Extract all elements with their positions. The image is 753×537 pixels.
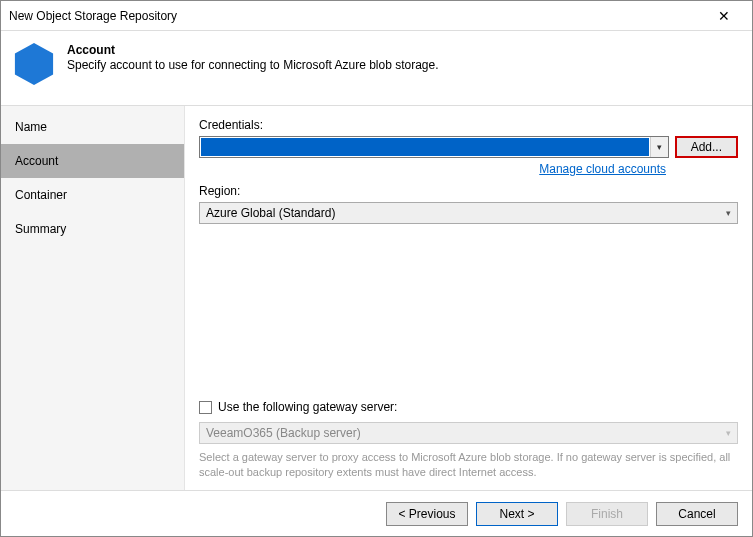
next-button[interactable]: Next > <box>476 502 558 526</box>
wizard-steps-sidebar: Name Account Container Summary <box>1 106 185 490</box>
credentials-dropdown[interactable]: ▾ <box>199 136 669 158</box>
wizard-body: Name Account Container Summary Credentia… <box>1 105 752 490</box>
sidebar-item-name[interactable]: Name <box>1 110 184 144</box>
page-title: Account <box>67 43 439 57</box>
gateway-server-value: VeeamO365 (Backup server) <box>206 426 361 440</box>
gateway-server-dropdown: VeeamO365 (Backup server) ▾ <box>199 422 738 444</box>
titlebar: New Object Storage Repository ✕ <box>1 1 752 31</box>
previous-button[interactable]: < Previous <box>386 502 468 526</box>
gateway-checkbox[interactable] <box>199 401 212 414</box>
svg-marker-0 <box>15 43 53 85</box>
close-icon[interactable]: ✕ <box>704 2 744 30</box>
manage-cloud-accounts-link[interactable]: Manage cloud accounts <box>199 162 666 176</box>
wizard-header: Account Specify account to use for conne… <box>1 31 752 105</box>
main-panel: Credentials: ▾ Add... Manage cloud accou… <box>185 106 752 490</box>
sidebar-item-container[interactable]: Container <box>1 178 184 212</box>
add-button[interactable]: Add... <box>675 136 738 158</box>
wizard-footer: < Previous Next > Finish Cancel <box>1 490 752 536</box>
sidebar-item-account[interactable]: Account <box>1 144 184 178</box>
credentials-label: Credentials: <box>199 118 738 132</box>
gateway-hint: Select a gateway server to proxy access … <box>199 450 738 480</box>
region-dropdown[interactable]: Azure Global (Standard) ▾ <box>199 202 738 224</box>
credentials-row: ▾ Add... <box>199 136 738 158</box>
gateway-checkbox-row: Use the following gateway server: <box>199 400 738 414</box>
wizard-window: New Object Storage Repository ✕ Account … <box>0 0 753 537</box>
credentials-value <box>201 138 649 156</box>
region-block: Region: Azure Global (Standard) ▾ <box>199 184 738 224</box>
sidebar-item-summary[interactable]: Summary <box>1 212 184 246</box>
chevron-down-icon: ▾ <box>726 208 731 218</box>
hexagon-icon <box>13 41 55 87</box>
page-subtitle: Specify account to use for connecting to… <box>67 58 439 72</box>
cancel-button[interactable]: Cancel <box>656 502 738 526</box>
window-title: New Object Storage Repository <box>9 9 704 23</box>
region-label: Region: <box>199 184 738 198</box>
header-text: Account Specify account to use for conne… <box>67 41 439 87</box>
region-value: Azure Global (Standard) <box>206 206 335 220</box>
finish-button: Finish <box>566 502 648 526</box>
gateway-block: Use the following gateway server: VeeamO… <box>199 400 738 480</box>
chevron-down-icon: ▾ <box>726 428 731 438</box>
gateway-checkbox-label: Use the following gateway server: <box>218 400 397 414</box>
chevron-down-icon[interactable]: ▾ <box>650 137 668 157</box>
spacer <box>199 224 738 400</box>
